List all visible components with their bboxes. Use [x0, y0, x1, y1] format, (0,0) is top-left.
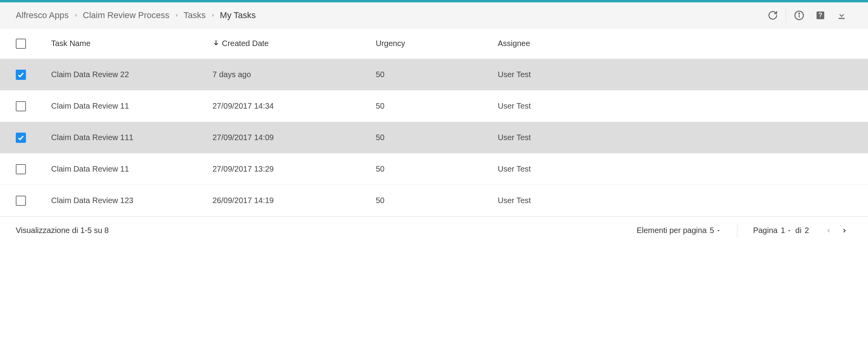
column-assignee[interactable]: Assignee: [498, 39, 852, 48]
page-of-label: di: [795, 226, 802, 235]
items-per-page-label: Elementi per pagina: [637, 226, 707, 235]
pagination-controls: Elementi per pagina 5 Pagina 1 di 2: [637, 223, 852, 239]
cell-urgency: 50: [376, 70, 498, 79]
cell-assignee: User Test: [498, 196, 852, 205]
pagination-summary: Visualizzazione di 1-5 su 8: [16, 226, 109, 235]
cell-urgency: 50: [376, 165, 498, 174]
divider: [737, 224, 737, 238]
cell-urgency: 50: [376, 196, 498, 205]
cell-created-date: 27/09/2017 14:09: [212, 133, 376, 142]
row-checkbox[interactable]: [16, 196, 26, 206]
cell-created-date: 27/09/2017 14:34: [212, 102, 376, 111]
row-checkbox[interactable]: [16, 164, 26, 174]
next-page-button[interactable]: [837, 223, 852, 239]
header: Alfresco Apps Claim Review Process Tasks…: [0, 2, 868, 28]
page-of: Pagina 1 di 2: [753, 226, 809, 235]
cell-task-name: Claim Data Review 111: [51, 133, 212, 142]
table-row[interactable]: Claim Data Review 11 27/09/2017 13:29 50…: [0, 154, 868, 185]
breadcrumb-claim-review-process[interactable]: Claim Review Process: [83, 10, 170, 20]
svg-rect-5: [838, 18, 844, 19]
column-urgency[interactable]: Urgency: [376, 39, 498, 48]
cell-assignee: User Test: [498, 70, 852, 79]
svg-text:?: ?: [818, 11, 822, 18]
divider: [786, 7, 786, 23]
breadcrumb-my-tasks: My Tasks: [220, 10, 256, 20]
cell-created-date: 7 days ago: [212, 70, 376, 79]
pagination-footer: Visualizzazione di 1-5 su 8 Elementi per…: [0, 216, 868, 244]
items-per-page: Elementi per pagina 5: [637, 226, 721, 235]
cell-assignee: User Test: [498, 165, 852, 174]
page-label: Pagina: [753, 226, 778, 235]
cell-created-date: 27/09/2017 13:29: [212, 165, 376, 174]
page-select[interactable]: 1: [781, 226, 792, 235]
table-row[interactable]: Claim Data Review 11 27/09/2017 14:34 50…: [0, 91, 868, 122]
column-task-name[interactable]: Task Name: [51, 39, 212, 48]
breadcrumb: Alfresco Apps Claim Review Process Tasks…: [16, 10, 256, 20]
column-created-date[interactable]: Created Date: [212, 39, 376, 48]
header-actions: ?: [762, 5, 852, 26]
cell-task-name: Claim Data Review 123: [51, 196, 212, 205]
table-header: Task Name Created Date Urgency Assignee: [0, 28, 868, 59]
caret-down-icon: [787, 228, 792, 233]
cell-task-name: Claim Data Review 22: [51, 70, 212, 79]
items-per-page-value: 5: [710, 226, 714, 235]
svg-point-2: [799, 13, 800, 14]
breadcrumb-tasks[interactable]: Tasks: [184, 10, 206, 20]
chevron-right-icon: [211, 13, 215, 18]
tasks-table: Task Name Created Date Urgency Assignee …: [0, 28, 868, 216]
items-per-page-select[interactable]: 5: [710, 226, 721, 235]
cell-assignee: User Test: [498, 133, 852, 142]
row-checkbox[interactable]: [16, 133, 26, 143]
info-button[interactable]: [789, 5, 810, 26]
cell-urgency: 50: [376, 102, 498, 111]
column-created-date-label: Created Date: [222, 39, 269, 48]
cell-urgency: 50: [376, 133, 498, 142]
prev-page-button[interactable]: [821, 223, 837, 239]
page-value: 1: [781, 226, 785, 235]
table-row[interactable]: Claim Data Review 22 7 days ago 50 User …: [0, 59, 868, 91]
select-all-checkbox[interactable]: [16, 39, 26, 49]
cell-task-name: Claim Data Review 11: [51, 102, 212, 111]
breadcrumb-alfresco-apps[interactable]: Alfresco Apps: [16, 10, 69, 20]
download-button[interactable]: [831, 5, 852, 26]
page-nav: [821, 223, 852, 239]
sort-desc-icon: [212, 39, 220, 48]
cell-task-name: Claim Data Review 11: [51, 165, 212, 174]
table-row[interactable]: Claim Data Review 111 27/09/2017 14:09 5…: [0, 122, 868, 154]
caret-down-icon: [716, 228, 721, 233]
help-button[interactable]: ?: [810, 5, 831, 26]
chevron-right-icon: [174, 13, 179, 18]
cell-created-date: 26/09/2017 14:19: [212, 196, 376, 205]
cell-assignee: User Test: [498, 102, 852, 111]
row-checkbox[interactable]: [16, 70, 26, 80]
row-checkbox[interactable]: [16, 101, 26, 111]
table-row[interactable]: Claim Data Review 123 26/09/2017 14:19 5…: [0, 185, 868, 216]
refresh-button[interactable]: [762, 5, 783, 26]
chevron-right-icon: [74, 13, 78, 18]
page-total: 2: [805, 226, 809, 235]
